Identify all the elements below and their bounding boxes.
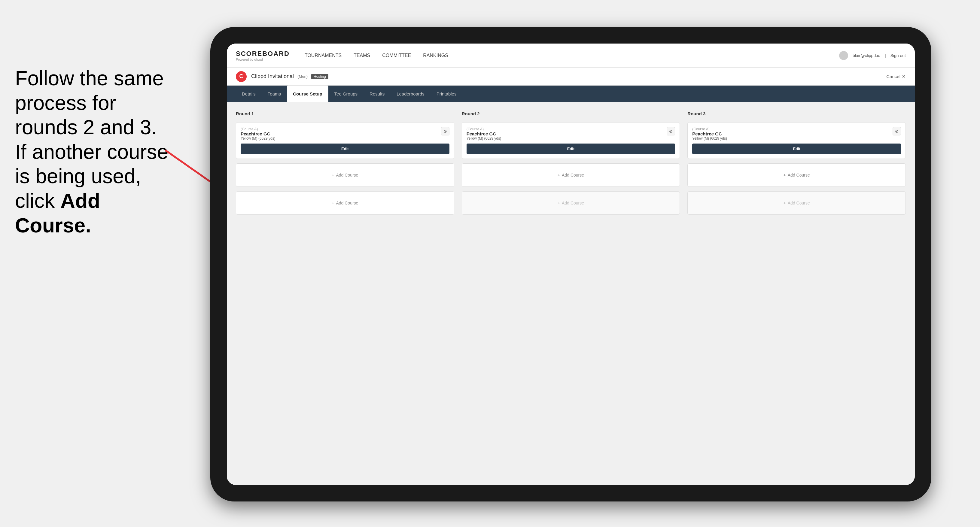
- add-course-label: Add Course: [788, 201, 810, 205]
- hosting-badge: Hosting: [311, 74, 328, 79]
- round-3-column: Round 3 (Course A) Peachtree GC Yellow (…: [687, 111, 906, 215]
- tabs-bar: Details Teams Course Setup Tee Groups Re…: [227, 86, 915, 102]
- course-name: Peachtree GC: [466, 131, 667, 137]
- top-nav: SCOREBOARD Powered by clippd TOURNAMENTS…: [227, 44, 915, 68]
- tournament-sub: (Men): [298, 74, 308, 79]
- logo-area: SCOREBOARD Powered by clippd: [236, 50, 290, 61]
- sub-header: C Clippd Invitational (Men) Hosting Canc…: [227, 68, 915, 86]
- tab-printables[interactable]: Printables: [431, 86, 463, 102]
- round-2-column: Round 2 (Course A) Peachtree GC Yellow (…: [462, 111, 680, 215]
- delete-course-button[interactable]: ⊗: [667, 127, 675, 135]
- instruction-text: Follow the same process for rounds 2 and…: [0, 54, 186, 249]
- plus-icon: +: [332, 173, 334, 178]
- round-1-course-card: (Course A) Peachtree GC Yellow (M) (6629…: [236, 122, 454, 159]
- nav-rankings[interactable]: RANKINGS: [423, 51, 448, 60]
- nav-tournaments[interactable]: TOURNAMENTS: [305, 51, 342, 60]
- round-1-column: Round 1 (Course A) Peachtree GC Yellow (…: [236, 111, 454, 215]
- add-course-label: Add Course: [562, 173, 584, 178]
- logo-sub: Powered by clippd: [236, 58, 290, 61]
- nav-links: TOURNAMENTS TEAMS COMMITTEE RANKINGS: [305, 51, 839, 60]
- add-course-label: Add Course: [336, 201, 358, 205]
- plus-icon: +: [332, 201, 334, 205]
- tab-teams[interactable]: Teams: [262, 86, 287, 102]
- course-card-header: (Course A) Peachtree GC Yellow (M) (6629…: [466, 127, 675, 141]
- round-2-course-card: (Course A) Peachtree GC Yellow (M) (6629…: [462, 122, 680, 159]
- add-course-button-r3-1[interactable]: + Add Course: [687, 163, 906, 187]
- logo-text: SCOREBOARD: [236, 50, 290, 58]
- tab-details[interactable]: Details: [236, 86, 262, 102]
- add-course-button-r1-1[interactable]: + Add Course: [236, 163, 454, 187]
- add-course-label: Add Course: [336, 173, 358, 178]
- course-label: (Course A): [692, 127, 892, 131]
- nav-right: blair@clippd.io | Sign out: [839, 51, 906, 60]
- add-course-button-r2-2: + Add Course: [462, 191, 680, 215]
- edit-course-button[interactable]: Edit: [241, 143, 449, 154]
- instruction-bold: Add Course.: [15, 189, 100, 237]
- round-3-course-card: (Course A) Peachtree GC Yellow (M) (6629…: [687, 122, 906, 159]
- sign-out-link[interactable]: Sign out: [891, 53, 906, 58]
- user-email: blair@clippd.io: [853, 53, 880, 58]
- add-course-button-r3-2: + Add Course: [687, 191, 906, 215]
- tablet-screen: SCOREBOARD Powered by clippd TOURNAMENTS…: [227, 44, 915, 485]
- round-2-title: Round 2: [462, 111, 680, 116]
- plus-icon: +: [558, 201, 560, 205]
- add-course-button-r2-1[interactable]: + Add Course: [462, 163, 680, 187]
- add-course-label: Add Course: [788, 173, 810, 178]
- course-label: (Course A): [241, 127, 441, 131]
- course-info: (Course A) Peachtree GC Yellow (M) (6629…: [692, 127, 892, 141]
- course-details: Yellow (M) (6629 yds): [466, 137, 667, 141]
- tab-tee-groups[interactable]: Tee Groups: [328, 86, 364, 102]
- edit-course-button[interactable]: Edit: [692, 143, 901, 154]
- course-card-header: (Course A) Peachtree GC Yellow (M) (6629…: [692, 127, 901, 141]
- tab-leaderboards[interactable]: Leaderboards: [391, 86, 431, 102]
- cancel-label: Cancel: [886, 74, 900, 79]
- round-1-title: Round 1: [236, 111, 454, 116]
- edit-course-button[interactable]: Edit: [466, 143, 675, 154]
- rounds-grid: Round 1 (Course A) Peachtree GC Yellow (…: [236, 111, 906, 215]
- tablet-frame: SCOREBOARD Powered by clippd TOURNAMENTS…: [210, 27, 931, 502]
- tournament-logo: C: [236, 71, 247, 82]
- tab-course-setup[interactable]: Course Setup: [287, 86, 328, 102]
- course-label: (Course A): [466, 127, 667, 131]
- delete-course-button[interactable]: ⊗: [892, 127, 901, 135]
- divider: |: [885, 53, 886, 58]
- course-info: (Course A) Peachtree GC Yellow (M) (6629…: [241, 127, 441, 141]
- tournament-name: Clippd Invitational: [251, 73, 294, 79]
- plus-icon: +: [558, 173, 560, 178]
- course-card-header: (Course A) Peachtree GC Yellow (M) (6629…: [241, 127, 449, 141]
- course-details: Yellow (M) (6629 yds): [241, 137, 441, 141]
- round-3-title: Round 3: [687, 111, 906, 116]
- plus-icon: +: [784, 201, 786, 205]
- nav-teams[interactable]: TEAMS: [353, 51, 370, 60]
- add-course-label: Add Course: [562, 201, 584, 205]
- plus-icon: +: [784, 173, 786, 178]
- course-info: (Course A) Peachtree GC Yellow (M) (6629…: [466, 127, 667, 141]
- nav-committee[interactable]: COMMITTEE: [382, 51, 411, 60]
- add-course-button-r1-2[interactable]: + Add Course: [236, 191, 454, 215]
- avatar: [839, 51, 848, 60]
- tab-results[interactable]: Results: [364, 86, 391, 102]
- course-name: Peachtree GC: [692, 131, 892, 137]
- cancel-button[interactable]: Cancel ✕: [886, 74, 906, 79]
- course-details: Yellow (M) (6629 yds): [692, 137, 892, 141]
- course-name: Peachtree GC: [241, 131, 441, 137]
- close-icon: ✕: [902, 74, 906, 79]
- delete-course-button[interactable]: ⊗: [441, 127, 449, 135]
- main-content: Round 1 (Course A) Peachtree GC Yellow (…: [227, 102, 915, 485]
